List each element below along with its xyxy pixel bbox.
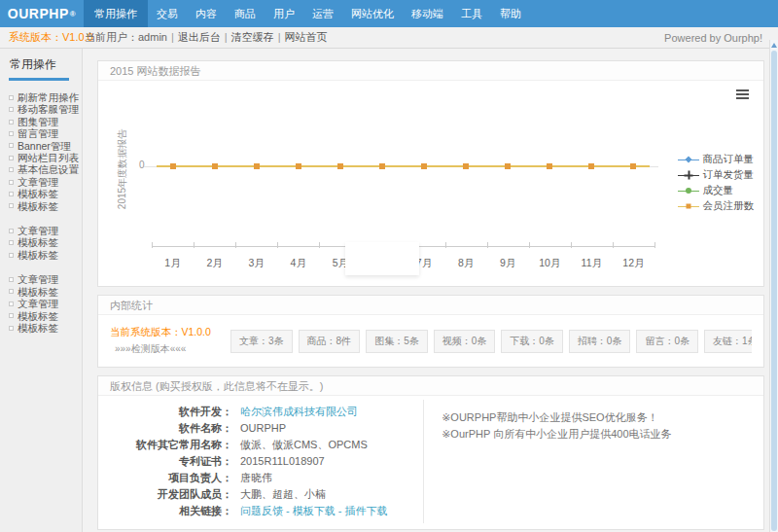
related-links[interactable]: 问题反馈 - 模板下载 - 插件下载: [240, 503, 388, 519]
stat-messages: 留言：0条: [636, 330, 698, 353]
copyright-panel-title: 版权信息 (购买授权版，此信息将不在显示。): [110, 380, 323, 392]
nav-item-trade[interactable]: 交易: [148, 0, 187, 27]
x-tick-oct: 10月: [529, 257, 571, 270]
copyright-panel: 版权信息 (购买授权版，此信息将不在显示。) 软件开发：哈尔滨伟成科技有限公司 …: [97, 375, 764, 530]
sidebar-item-articles[interactable]: 文章管理: [9, 273, 82, 285]
info-row-dev-team: 开发团队成员：大鹏、超超、小楠: [98, 486, 423, 503]
bullet-icon: [9, 301, 14, 306]
bullet-icon: [9, 167, 14, 172]
sidebar-item-template-tags[interactable]: 模板标签: [9, 249, 82, 261]
sidebar-item-template-tags[interactable]: 模板标签: [9, 310, 82, 322]
sidebar-item-template-tags[interactable]: 模板标签: [9, 286, 82, 298]
legend-circle-marker-icon: [678, 187, 699, 195]
plot-area: 0: [152, 92, 654, 247]
current-version-text: 当前系统版本：V1.0.0: [110, 326, 230, 339]
data-point-marker: [170, 163, 176, 169]
x-tick-feb: 2月: [194, 257, 235, 270]
chart-export-menu-icon[interactable]: [736, 89, 749, 101]
sidebar-title: 常用操作: [10, 56, 82, 73]
sidebar: 常用操作 刷新常用操作 移动客服管理 图集管理 留言管理 Banner管理 网站…: [0, 49, 83, 532]
announcement-400-phone: ※OurPHP 向所有中小企业用户提供400电话业务: [442, 426, 763, 443]
chart-panel: 2015 网站数据报告 2015年度数据报告 0 1月 2月 3月 4月: [97, 60, 764, 287]
status-bar: 系统版本：V1.0.0 当前用户：admin|退出后台|清空缓存|网站首页 Po…: [0, 27, 778, 49]
bullet-icon: [9, 95, 14, 100]
sidebar-item-messages[interactable]: 留言管理: [9, 127, 82, 139]
sidebar-item-basic-info[interactable]: 基本信息设置: [9, 163, 82, 175]
nav-item-tools[interactable]: 工具: [452, 0, 491, 27]
nav-item-mobile[interactable]: 移动端: [403, 0, 452, 27]
sidebar-title-underline: [9, 78, 69, 81]
vertical-scrollbar[interactable]: [769, 40, 778, 532]
x-tick-dec: 12月: [613, 257, 654, 270]
data-point-marker: [379, 163, 385, 169]
bullet-icon: [9, 120, 14, 124]
chart-area: 2015年度数据报告 0 1月 2月 3月 4月 5月 6月 7月: [98, 81, 763, 286]
system-version: 系统版本：V1.0.0: [9, 30, 85, 45]
sidebar-item-template-tags[interactable]: 模板标签: [9, 200, 82, 212]
copyright-panel-header: 版权信息 (购买授权版，此信息将不在显示。): [98, 376, 763, 396]
site-home-link[interactable]: 网站首页: [285, 31, 328, 43]
clear-cache-link[interactable]: 清空缓存: [231, 31, 274, 43]
nav-item-content[interactable]: 内容: [187, 0, 226, 27]
bullet-icon: [9, 277, 14, 282]
sidebar-item-banner[interactable]: Banner管理: [9, 140, 82, 152]
y-axis-tick-label: 0: [139, 160, 145, 170]
bullet-icon: [9, 156, 14, 160]
data-point-marker: [505, 163, 511, 169]
nav-item-common-ops[interactable]: 常用操作: [84, 0, 148, 27]
data-point-marker: [630, 163, 636, 169]
legend-item-member-registrations[interactable]: 会员注册数: [678, 199, 755, 213]
stat-friend-links: 友链：1条: [704, 330, 752, 353]
legend-item-product-orders[interactable]: 商品订单量: [678, 153, 755, 166]
top-nav-bar: OURPHP® 常用操作 交易 内容 商品 用户 运营 网站优化 移动端 工具 …: [0, 0, 778, 27]
bullet-icon: [9, 203, 14, 208]
y-axis-title: 2015年度数据报告: [116, 96, 129, 242]
stat-videos: 视频：0条: [434, 330, 496, 353]
sidebar-item-articles[interactable]: 文章管理: [9, 298, 82, 309]
nav-item-operations[interactable]: 运营: [303, 0, 342, 27]
main-menu: 常用操作 交易 内容 商品 用户 运营 网站优化 移动端 工具 帮助: [84, 0, 778, 27]
bullet-icon: [9, 326, 14, 331]
powered-by: Powered by Ourphp!: [664, 32, 762, 44]
legend-item-order-shipments[interactable]: 订单发货量: [678, 168, 755, 182]
logout-link[interactable]: 退出后台: [178, 31, 221, 43]
sidebar-item-template-tags[interactable]: 模板标签: [9, 188, 82, 199]
sidebar-item-gallery[interactable]: 图集管理: [9, 116, 82, 127]
legend-diamond-marker-icon: [678, 156, 699, 164]
scroll-up-arrow-icon[interactable]: [770, 40, 778, 50]
main-content: 2015 网站数据报告 2015年度数据报告 0 1月 2月 3月 4月: [83, 49, 778, 532]
registered-mark: ®: [70, 10, 76, 18]
sidebar-group-2: 文章管理 模板标签 模板标签: [9, 225, 82, 261]
scrollbar-thumb[interactable]: [771, 51, 777, 531]
sidebar-item-refresh-common-ops[interactable]: 刷新常用操作: [9, 91, 82, 103]
info-row-developer: 软件开发：哈尔滨伟成科技有限公司: [98, 404, 423, 420]
check-version-link[interactable]: »»»检测版本«««: [110, 342, 230, 356]
announcement-seo: ※OURPHP帮助中小企业提供SEO优化服务！: [442, 409, 763, 426]
sidebar-item-site-columns[interactable]: 网站栏目列表: [9, 152, 82, 163]
nav-item-seo[interactable]: 网站优化: [342, 0, 403, 27]
x-tick-aug: 8月: [445, 257, 487, 270]
data-point-marker: [337, 163, 343, 169]
sidebar-item-template-tags[interactable]: 模板标签: [9, 322, 82, 334]
bullet-icon: [9, 240, 14, 245]
data-point-marker: [547, 163, 552, 169]
logo-text: OURPHP: [8, 6, 69, 21]
current-user: 当前用户：admin: [85, 31, 167, 43]
developer-link[interactable]: 哈尔滨伟成科技有限公司: [240, 404, 358, 420]
bullet-icon: [9, 229, 14, 233]
nav-item-users[interactable]: 用户: [265, 0, 303, 27]
sidebar-item-mobile-service[interactable]: 移动客服管理: [9, 103, 82, 115]
info-row-aliases: 软件其它常用名称：傲派、傲派CMS、OPCMS: [98, 437, 423, 453]
stats-panel: 内部统计 当前系统版本：V1.0.0 »»»检测版本««« 文章：3条 商品：8…: [97, 295, 764, 368]
sidebar-item-articles[interactable]: 文章管理: [9, 225, 82, 236]
x-tick-sep: 9月: [487, 257, 529, 270]
sidebar-item-template-tags[interactable]: 模板标签: [9, 236, 82, 248]
chart-panel-header: 2015 网站数据报告: [98, 61, 763, 81]
stat-boxes: 文章：3条 商品：8件 图集：5条 视频：0条 下载：0条 招聘：0条 留言：0…: [230, 330, 752, 353]
legend-item-transactions[interactable]: 成交量: [678, 184, 755, 197]
sidebar-item-articles[interactable]: 文章管理: [9, 176, 82, 188]
separator: |: [171, 31, 174, 43]
separator: |: [278, 31, 281, 43]
nav-item-help[interactable]: 帮助: [491, 0, 530, 27]
nav-item-products[interactable]: 商品: [226, 0, 265, 27]
